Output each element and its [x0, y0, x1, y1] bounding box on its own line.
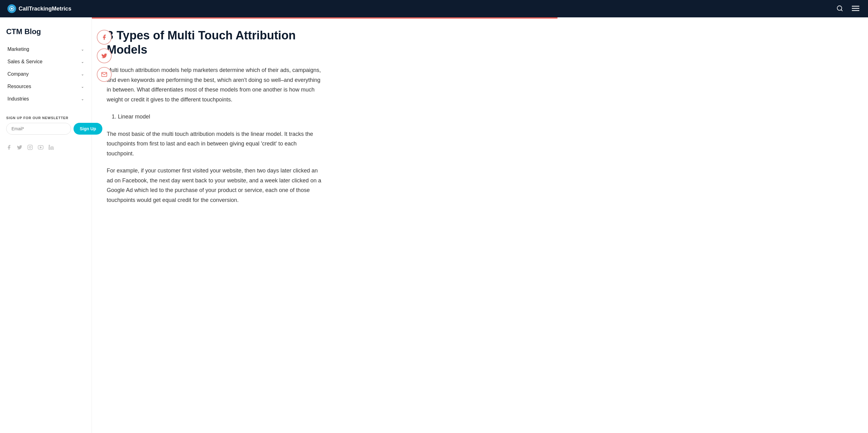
- article-paragraph-2: The most basic of the multi touch attrib…: [107, 129, 324, 159]
- top-navigation: CallTrackingMetrics: [0, 0, 868, 18]
- nav-item-sales-service[interactable]: Sales & Service ⌄: [6, 56, 85, 68]
- article-paragraph-3: For example, if your customer first visi…: [107, 166, 324, 205]
- chevron-down-icon: ⌄: [81, 84, 84, 89]
- svg-line-3: [841, 10, 842, 11]
- email-share-button[interactable]: [97, 67, 112, 82]
- chevron-down-icon: ⌄: [81, 72, 84, 76]
- logo-icon: [7, 4, 16, 13]
- youtube-icon[interactable]: [38, 145, 43, 152]
- social-icons: [6, 145, 85, 152]
- sidebar: CTM Blog Marketing ⌄ Sales & Service ⌄ C…: [0, 19, 92, 433]
- svg-point-1: [11, 8, 13, 10]
- nav-item-sales-service-label: Sales & Service: [7, 59, 42, 64]
- chevron-down-icon: ⌄: [81, 47, 84, 52]
- search-button[interactable]: [835, 4, 844, 14]
- accent-bar: [92, 18, 868, 19]
- nav-item-resources[interactable]: Resources ⌄: [6, 81, 85, 92]
- twitter-icon[interactable]: [17, 145, 22, 152]
- main-layout: CTM Blog Marketing ⌄ Sales & Service ⌄ C…: [0, 19, 868, 433]
- facebook-icon[interactable]: [6, 145, 12, 152]
- email-field[interactable]: [6, 123, 71, 134]
- twitter-share-button[interactable]: [97, 49, 112, 63]
- chevron-down-icon: ⌄: [81, 97, 84, 101]
- chevron-down-icon: ⌄: [81, 60, 84, 64]
- article-title: 3 Types of Multi Touch Attribution Model…: [107, 29, 324, 57]
- article-body: Multi touch attribution models help mark…: [107, 65, 356, 205]
- nav-item-industries[interactable]: Industries ⌄: [6, 93, 85, 105]
- svg-point-11: [49, 145, 50, 146]
- nav-item-industries-label: Industries: [7, 96, 29, 102]
- nav-actions: [835, 4, 861, 14]
- facebook-share-button[interactable]: [97, 30, 112, 45]
- logo[interactable]: CallTrackingMetrics: [7, 4, 71, 13]
- nav-item-company[interactable]: Company ⌄: [6, 68, 85, 80]
- article-content: 3 Types of Multi Touch Attribution Model…: [92, 19, 371, 433]
- nav-item-marketing-label: Marketing: [7, 47, 29, 52]
- svg-rect-7: [28, 145, 33, 150]
- nav-item-resources-label: Resources: [7, 84, 31, 89]
- nav-item-marketing[interactable]: Marketing ⌄: [6, 43, 85, 55]
- logo-text: CallTrackingMetrics: [19, 6, 71, 12]
- instagram-icon[interactable]: [27, 145, 33, 152]
- newsletter-label: SIGN UP FOR OUR NEWSLETTER: [6, 116, 85, 120]
- linkedin-icon[interactable]: [49, 145, 54, 152]
- svg-rect-10: [49, 147, 50, 150]
- sidebar-nav: Marketing ⌄ Sales & Service ⌄ Company ⌄ …: [6, 43, 85, 105]
- sidebar-title: CTM Blog: [6, 27, 85, 36]
- menu-button[interactable]: [850, 4, 861, 13]
- newsletter-form: Sign Up: [6, 123, 85, 134]
- article-list: Linear model: [118, 112, 356, 122]
- list-item: Linear model: [118, 112, 356, 122]
- nav-item-company-label: Company: [7, 71, 29, 77]
- svg-marker-9: [40, 147, 41, 148]
- share-sidebar: [92, 25, 117, 87]
- article-paragraph-1: Multi touch attribution models help mark…: [107, 65, 324, 104]
